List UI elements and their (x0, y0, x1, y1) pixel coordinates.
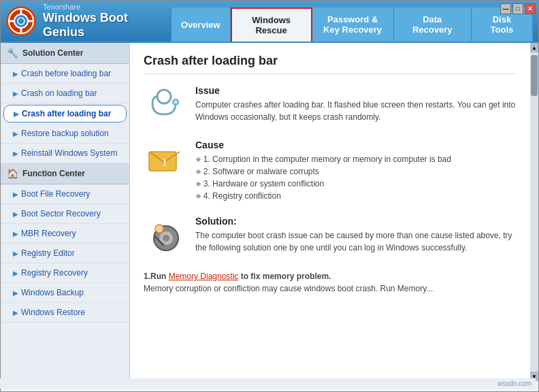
sidebar: 🔧 Solution Center ▶ Crash before loading… (1, 43, 130, 381)
sidebar-item-label: Reinstall Windows System (21, 148, 117, 158)
sidebar-item-registry-editor[interactable]: ▶ Registry Editor (1, 244, 129, 263)
sidebar-item-label: Crash after loading bar (22, 109, 111, 118)
tab-data-recovery[interactable]: Data Recovery (394, 7, 472, 42)
app-logo (6, 6, 36, 36)
app-brand: Tenorshare (43, 3, 171, 11)
app-name: Windows Boot Genius (43, 11, 171, 39)
sidebar-item-label: Windows Restore (21, 308, 85, 317)
arrow-icon: ▶ (13, 270, 18, 277)
svg-point-1 (14, 14, 28, 28)
sidebar-item-label: Boot Sector Recovery (21, 209, 101, 218)
step1-description: Memory corruption or confliction may cau… (144, 282, 433, 295)
svg-point-15 (155, 225, 163, 233)
step1-heading: 1.Run (144, 272, 169, 281)
sidebar-item-label: Boot File Recovery (21, 189, 90, 199)
step1-text: 1.Run Memory Diagnostic to fix memory pr… (144, 270, 433, 282)
sidebar-item-label: Restore backup solution (21, 129, 109, 138)
sidebar-item-crash-after[interactable]: ▶ Crash after loading bar (3, 105, 127, 122)
svg-text:!: ! (163, 157, 166, 168)
arrow-icon: ▶ (13, 210, 18, 218)
svg-point-7 (157, 90, 171, 103)
cause-item-1: 1. Corruption in the computer memory or … (195, 153, 451, 165)
app-title-block: Tenorshare Windows Boot Genius (43, 3, 171, 39)
sidebar-item-crash-before[interactable]: ▶ Crash before loading bar (1, 64, 129, 84)
cause-block: ! Cause 1. Corruption in the computer me… (144, 140, 517, 202)
arrow-icon: ▶ (14, 110, 19, 118)
sidebar-item-label: Windows Backup (21, 288, 84, 297)
tab-overview[interactable]: Overview (171, 7, 231, 42)
sidebar-item-label: Crash on loading bar (21, 88, 97, 98)
sidebar-item-boot-file-recovery[interactable]: ▶ Boot File Recovery (1, 184, 129, 204)
arrow-icon: ▶ (13, 130, 18, 137)
function-center-label: Function Center (22, 169, 85, 178)
sidebar-item-label: Registry Editor (21, 248, 75, 258)
scroll-thumb[interactable] (531, 55, 538, 96)
function-center-icon: 🏠 (6, 167, 18, 180)
cause-content: Cause 1. Corruption in the computer memo… (195, 140, 451, 202)
issue-text: Computer crashes after loading bar. It f… (195, 99, 517, 123)
solution-content: Solution: The computer boot crash issue … (195, 216, 517, 254)
cause-item-3: 3. Hardware or system confliction (195, 178, 451, 190)
sidebar-item-registry-recovery[interactable]: ▶ Registry Recovery (1, 263, 129, 283)
issue-content: Issue Computer crashes after loading bar… (195, 85, 517, 123)
maximize-button[interactable]: □ (512, 3, 523, 14)
sidebar-item-windows-restore[interactable]: ▶ Windows Restore (1, 303, 129, 323)
window-controls: — □ ✕ (500, 3, 536, 14)
solution-heading: Solution: (195, 216, 517, 227)
arrow-icon: ▶ (13, 250, 18, 257)
step1-block: 1.Run Memory Diagnostic to fix memory pr… (144, 270, 517, 295)
solution-text: The computer boot crash issue can be cau… (195, 229, 517, 254)
issue-heading: Issue (195, 85, 517, 96)
cause-item-2: 2. Software or malware corrupts (195, 165, 451, 178)
close-button[interactable]: ✕ (525, 3, 536, 14)
scroll-up-button[interactable]: ▲ (530, 43, 538, 52)
watermark: wsxdn.com (0, 378, 536, 389)
scrollbar[interactable]: ▲ ▼ (530, 43, 538, 381)
title-bar: Tenorshare Windows Boot Genius Overview … (1, 1, 538, 42)
stethoscope-icon (144, 85, 184, 126)
issue-block: Issue Computer crashes after loading bar… (144, 85, 517, 126)
solution-center-header: 🔧 Solution Center (1, 43, 129, 64)
sidebar-item-restore-backup[interactable]: ▶ Restore backup solution (1, 124, 129, 144)
cause-list: 1. Corruption in the computer memory or … (195, 153, 451, 202)
step1-content: 1.Run Memory Diagnostic to fix memory pr… (144, 270, 433, 295)
solution-center-label: Solution Center (22, 48, 83, 58)
step1-suffix: to fix memory problem. (238, 272, 331, 281)
sidebar-item-label: MBR Recovery (21, 229, 76, 238)
arrow-icon: ▶ (13, 191, 18, 198)
sidebar-item-crash-on[interactable]: ▶ Crash on loading bar (1, 84, 129, 103)
arrow-icon: ▶ (13, 90, 18, 97)
svg-point-9 (174, 100, 178, 104)
sidebar-item-mbr-recovery[interactable]: ▶ MBR Recovery (1, 224, 129, 244)
arrow-icon: ▶ (13, 309, 18, 316)
function-center-header: 🏠 Function Center (1, 163, 129, 184)
page-title: Crash after loading bar (144, 54, 517, 74)
cause-item-4: 4. Registry confliction (195, 190, 451, 202)
arrow-icon: ▶ (13, 70, 18, 78)
nav-tabs: Overview Windows Rescue Password & Key R… (171, 1, 533, 42)
sidebar-item-label: Crash before loading bar (21, 69, 111, 78)
tab-password-key-recovery[interactable]: Password & Key Recovery (312, 7, 394, 42)
cause-heading: Cause (195, 140, 451, 150)
arrow-icon: ▶ (13, 230, 18, 238)
tab-windows-rescue[interactable]: Windows Rescue (231, 7, 312, 42)
envelope-icon: ! (144, 140, 184, 180)
memory-diagnostic-link[interactable]: Memory Diagnostic (169, 272, 239, 281)
svg-point-14 (163, 235, 169, 242)
minimize-button[interactable]: — (500, 3, 511, 14)
gear-person-icon (144, 216, 184, 257)
sidebar-item-reinstall-windows[interactable]: ▶ Reinstall Windows System (1, 144, 129, 163)
app-window: Tenorshare Windows Boot Genius Overview … (0, 0, 539, 392)
arrow-icon: ▶ (13, 289, 18, 297)
content-area: Crash after loading bar Issue Computer c… (130, 43, 530, 381)
sidebar-item-label: Registry Recovery (21, 268, 88, 278)
sidebar-item-boot-sector-recovery[interactable]: ▶ Boot Sector Recovery (1, 204, 129, 224)
main-body: 🔧 Solution Center ▶ Crash before loading… (1, 42, 538, 381)
solution-block: Solution: The computer boot crash issue … (144, 216, 517, 257)
solution-center-icon: 🔧 (6, 47, 18, 59)
arrow-icon: ▶ (13, 150, 18, 157)
sidebar-item-windows-backup[interactable]: ▶ Windows Backup (1, 283, 129, 303)
